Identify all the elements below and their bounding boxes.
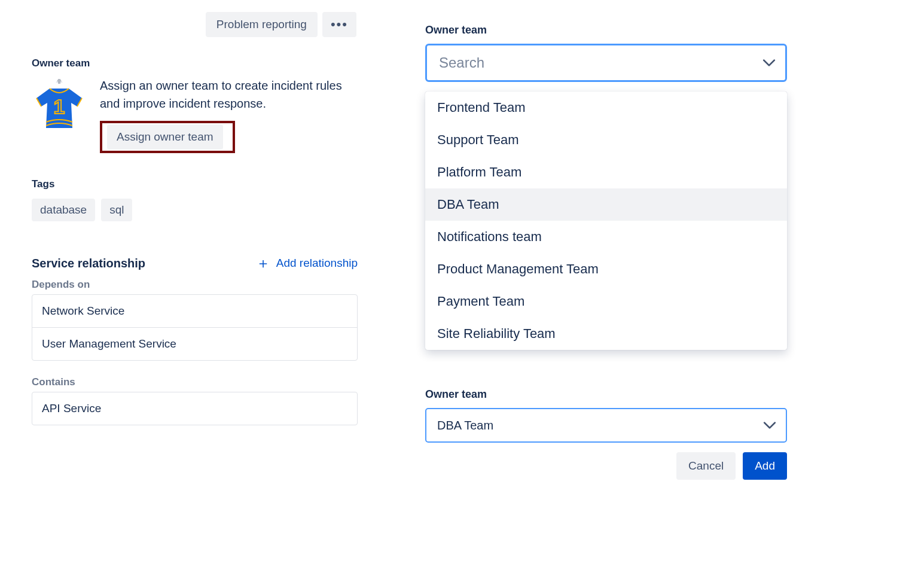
svg-text:1: 1 xyxy=(54,95,65,118)
owner-team-description: Assign an owner team to create incident … xyxy=(100,77,358,112)
contains-label: Contains xyxy=(32,376,358,388)
dropdown-option-notifications[interactable]: Notifications team xyxy=(425,221,787,253)
tags-label: Tags xyxy=(32,178,358,190)
depends-on-list: Network Service User Management Service xyxy=(32,294,358,361)
tags-section: Tags database sql xyxy=(32,178,358,221)
dropdown-option-support[interactable]: Support Team xyxy=(425,124,787,156)
more-actions-button[interactable]: ••• xyxy=(322,12,356,37)
owner-team-selected-label: Owner team xyxy=(425,388,787,401)
tags-row: database sql xyxy=(32,199,358,221)
contains-list: API Service xyxy=(32,392,358,425)
problem-reporting-chip[interactable]: Problem reporting xyxy=(206,12,318,37)
dropdown-option-dba[interactable]: DBA Team xyxy=(425,188,787,221)
assign-owner-team-button[interactable]: Assign owner team xyxy=(107,124,223,150)
assign-owner-highlight: Assign owner team xyxy=(100,121,235,153)
owner-team-search[interactable] xyxy=(425,44,787,82)
owner-team-selected-value: DBA Team xyxy=(437,419,763,432)
list-item[interactable]: Network Service xyxy=(32,295,357,327)
list-item[interactable]: API Service xyxy=(32,392,357,425)
list-item[interactable]: User Management Service xyxy=(32,327,357,360)
dialog-actions: Cancel Add xyxy=(425,452,787,480)
chevron-down-icon xyxy=(763,419,776,432)
dropdown-option-sre[interactable]: Site Reliability Team xyxy=(425,318,787,350)
tag-sql[interactable]: sql xyxy=(101,199,132,221)
owner-team-label: Owner team xyxy=(32,57,358,69)
dropdown-option-frontend[interactable]: Frontend Team xyxy=(425,92,787,124)
more-icon: ••• xyxy=(331,20,348,29)
left-panel: Problem reporting ••• Owner team 1 xyxy=(32,12,358,425)
dropdown-option-product-mgmt[interactable]: Product Management Team xyxy=(425,253,787,285)
owner-team-field-label: Owner team xyxy=(425,24,787,36)
owner-team-select[interactable]: DBA Team xyxy=(425,408,787,443)
plus-icon: ＋ xyxy=(256,256,270,270)
tag-database[interactable]: database xyxy=(32,199,95,221)
dropdown-option-payment[interactable]: Payment Team xyxy=(425,285,787,318)
service-relationship-title: Service relationship xyxy=(32,257,145,270)
cancel-button[interactable]: Cancel xyxy=(676,452,736,480)
dropdown-option-platform[interactable]: Platform Team xyxy=(425,156,787,188)
service-relationship-header: Service relationship ＋ Add relationship xyxy=(32,256,358,270)
top-actions: Problem reporting ••• xyxy=(32,12,358,37)
owner-team-block: 1 Assign an owner team to create inciden… xyxy=(32,77,358,153)
add-button[interactable]: Add xyxy=(743,452,787,480)
service-relationship-section: Service relationship ＋ Add relationship … xyxy=(32,256,358,425)
owner-team-dropdown: Frontend Team Support Team Platform Team… xyxy=(425,92,787,350)
add-relationship-label: Add relationship xyxy=(276,257,358,270)
owner-team-text-wrap: Assign an owner team to create incident … xyxy=(100,77,358,153)
add-relationship-link[interactable]: ＋ Add relationship xyxy=(256,256,358,270)
owner-team-section: Owner team 1 Assign an owner team to cr xyxy=(32,57,358,153)
jersey-icon: 1 xyxy=(32,77,87,132)
right-panel: Owner team Frontend Team Support Team Pl… xyxy=(425,24,787,480)
search-input[interactable] xyxy=(439,54,762,71)
chevron-down-icon xyxy=(762,56,776,69)
depends-on-label: Depends on xyxy=(32,279,358,291)
owner-team-selected-section: Owner team DBA Team Cancel Add xyxy=(425,388,787,480)
